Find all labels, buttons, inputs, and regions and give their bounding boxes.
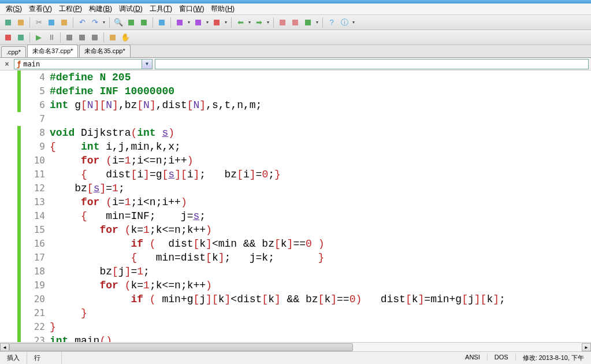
copy-button[interactable] <box>46 17 57 28</box>
code-line[interactable]: #define N 205 <box>50 70 591 84</box>
arrow-left-button[interactable]: ⬅ <box>235 17 246 28</box>
line-number: 14 <box>21 209 45 223</box>
close-panel-button[interactable]: × <box>2 60 12 69</box>
scroll-right-button[interactable]: ► <box>582 343 591 351</box>
menu-3[interactable]: 构建(B) <box>86 4 116 14</box>
dropdown-arrow-icon[interactable]: ▾ <box>102 20 106 25</box>
menu-7[interactable]: 帮助(H) <box>207 4 238 14</box>
run-button[interactable]: ▶ <box>33 32 44 43</box>
code-line[interactable]: void Dijkstra(int s) <box>50 126 591 140</box>
open-button[interactable] <box>15 17 27 28</box>
code-line[interactable]: #define INF 10000000 <box>50 84 591 98</box>
code-line[interactable]: for (i=1;i<n;i++) <box>50 195 591 209</box>
scope-navbar: × ƒ main ▼ <box>0 58 591 70</box>
code-line[interactable] <box>50 112 591 126</box>
status-mode: 插入 <box>0 352 27 364</box>
undo-button[interactable]: ↶ <box>76 17 88 28</box>
menu-5[interactable]: 工具(T) <box>146 4 176 14</box>
file-tab-2[interactable]: 未命名35.cpp* <box>79 44 130 57</box>
code-line[interactable]: } <box>50 306 591 320</box>
dropdown-arrow-icon[interactable]: ▾ <box>351 20 356 25</box>
code-line[interactable]: } <box>50 320 591 334</box>
menu-2[interactable]: 工程(P) <box>55 4 86 14</box>
dropdown-arrow-icon[interactable]: ▾ <box>187 20 191 25</box>
restart-button[interactable] <box>15 32 27 43</box>
outdent-button[interactable] <box>192 17 204 28</box>
chevron-down-icon[interactable]: ▼ <box>142 60 152 69</box>
help-button[interactable]: ? <box>326 17 337 28</box>
menu-4[interactable]: 调试(D) <box>116 4 146 14</box>
code-line[interactable]: { min=dist[k]; j=k; } <box>50 251 591 265</box>
code-line[interactable]: bz[j]=1; <box>50 265 591 278</box>
scroll-track[interactable] <box>9 343 582 351</box>
line-number: 16 <box>21 237 45 251</box>
member-combo[interactable] <box>155 59 589 69</box>
code-line[interactable]: { dist[i]=g[s][i]; bz[i]=0;} <box>50 168 591 181</box>
unindent-button[interactable] <box>211 17 222 28</box>
doc2-button[interactable] <box>289 17 301 28</box>
line-number: 6 <box>21 98 45 112</box>
svg-rect-4 <box>128 20 134 25</box>
line-number: 17 <box>21 251 45 265</box>
dropdown-arrow-icon[interactable]: ▾ <box>224 20 228 25</box>
scroll-thumb[interactable] <box>9 343 353 351</box>
line-number: 9 <box>21 140 45 154</box>
code-line[interactable]: for (k=1;k<=n;k++) <box>50 223 591 237</box>
file-tab-0[interactable]: .cpp* <box>1 46 26 57</box>
new-button[interactable] <box>2 17 14 28</box>
doc1-button[interactable] <box>277 17 288 28</box>
dropdown-arrow-icon[interactable]: ▾ <box>315 20 319 25</box>
svg-rect-3 <box>61 20 67 25</box>
code-line[interactable]: { int i,j,min,k,x; <box>50 140 591 154</box>
svg-rect-15 <box>66 35 72 40</box>
horizontal-scrollbar[interactable]: ◄ ► <box>0 342 591 351</box>
binary2-button[interactable] <box>76 32 88 43</box>
find-prev-button[interactable] <box>125 17 137 28</box>
separator <box>29 32 30 43</box>
doc-button[interactable] <box>107 32 118 43</box>
find-next-button[interactable] <box>138 17 150 28</box>
code-line[interactable]: bz[s]=1; <box>50 181 591 195</box>
scroll-left-button[interactable]: ◄ <box>0 343 9 351</box>
svg-rect-5 <box>141 20 147 25</box>
bookmark-button[interactable] <box>156 17 168 28</box>
binary1-button[interactable] <box>64 32 75 43</box>
tab-bar: .cpp*未命名37.cpp*未命名35.cpp* <box>0 45 591 58</box>
excel-button[interactable] <box>302 17 314 28</box>
code-line[interactable]: int g[N][N],bz[N],dist[N],s,t,n,m; <box>50 98 591 112</box>
code-line[interactable]: for (k=1;k<=n;k++) <box>50 278 591 292</box>
step-button[interactable] <box>2 32 14 43</box>
find-button[interactable]: 🔍 <box>113 17 124 28</box>
file-tab-1[interactable]: 未命名37.cpp* <box>27 44 78 57</box>
separator <box>73 17 73 28</box>
svg-rect-2 <box>49 20 54 25</box>
code-line[interactable]: for (i=1;i<=n;i++) <box>50 154 591 168</box>
arrow-right-button[interactable]: ➡ <box>253 17 265 28</box>
pause-button[interactable]: ⏸ <box>46 32 57 43</box>
menu-6[interactable]: 窗口(W) <box>176 4 207 14</box>
cut-button[interactable]: ✂ <box>33 17 44 28</box>
dropdown-arrow-icon[interactable]: ▾ <box>247 20 252 25</box>
separator <box>273 17 274 28</box>
code-line[interactable]: { min=INF; j=s; <box>50 209 591 223</box>
redo-button[interactable]: ↷ <box>89 17 101 28</box>
stop-hand-button[interactable]: ✋ <box>120 32 131 43</box>
line-number: 10 <box>21 154 45 168</box>
status-modified: 修改: 2013-8-10, 下午 <box>516 354 591 362</box>
code-line[interactable]: if ( dist[k]<min && bz[k]==0 ) <box>50 237 591 251</box>
info-button[interactable]: ⓘ <box>339 17 350 28</box>
menu-0[interactable]: 索(S) <box>2 4 25 14</box>
paste-button[interactable] <box>58 17 70 28</box>
debug-toolbar: ▶⏸✋ <box>0 30 591 45</box>
menu-1[interactable]: 查看(V) <box>25 4 55 14</box>
scope-combo[interactable]: ƒ main ▼ <box>14 59 153 69</box>
separator <box>153 17 153 28</box>
dropdown-arrow-icon[interactable]: ▾ <box>205 20 210 25</box>
code-editor[interactable]: 4567891011121314151617181920212223 #defi… <box>0 70 591 349</box>
binary3-button[interactable] <box>89 32 101 43</box>
dropdown-arrow-icon[interactable]: ▾ <box>266 20 270 25</box>
line-number: 12 <box>21 181 45 195</box>
code-line[interactable]: if ( min+g[j][k]<dist[k] && bz[k]==0) di… <box>50 292 591 306</box>
indent-guide-button[interactable] <box>174 17 185 28</box>
svg-rect-18 <box>110 35 116 40</box>
